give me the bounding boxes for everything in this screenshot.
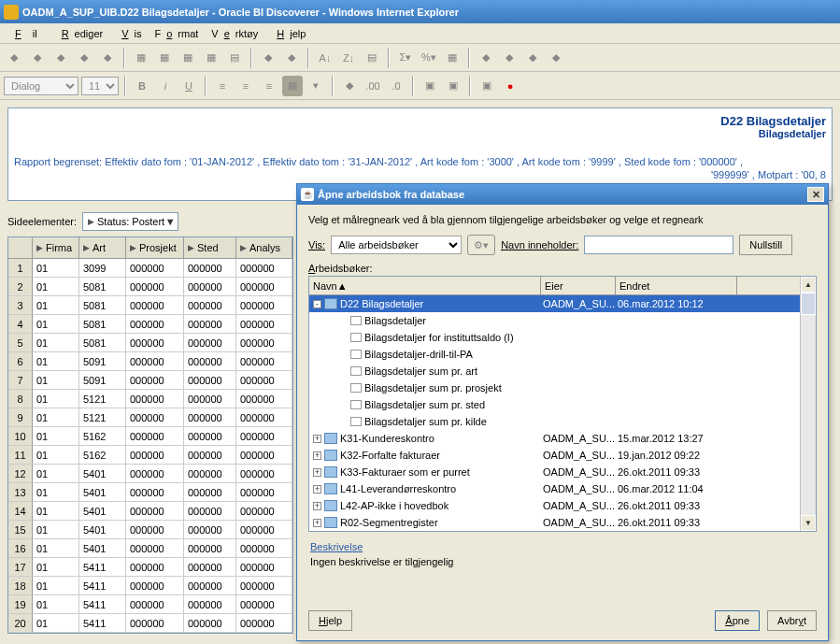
col-endret[interactable]: Endret xyxy=(616,277,737,294)
cell[interactable]: 000000 xyxy=(236,371,292,390)
italic-button[interactable]: i xyxy=(155,76,176,96)
cell[interactable]: 000000 xyxy=(126,539,184,558)
col-navn[interactable]: Navn ▲ xyxy=(309,277,541,294)
cell[interactable]: 000000 xyxy=(126,483,184,502)
cell[interactable]: 000000 xyxy=(184,521,236,539)
cell[interactable]: 000000 xyxy=(184,465,236,483)
cell[interactable]: 000000 xyxy=(126,296,184,315)
cell[interactable]: 01 xyxy=(33,334,79,352)
cell[interactable]: 01 xyxy=(33,539,79,558)
row-header[interactable]: 14 xyxy=(8,502,33,521)
cell[interactable]: 000000 xyxy=(236,502,292,521)
sheet-item[interactable]: Bilagsdetaljer sum pr. kilde xyxy=(309,413,800,430)
cell[interactable]: 000000 xyxy=(126,614,184,633)
cell[interactable]: 01 xyxy=(33,408,79,427)
row-header[interactable]: 18 xyxy=(8,577,33,595)
cell[interactable]: 01 xyxy=(33,577,79,595)
row-header[interactable]: 8 xyxy=(8,390,33,408)
cell[interactable]: 01 xyxy=(33,352,79,371)
toolbar-btn-7[interactable]: ▦ xyxy=(154,48,175,68)
name-contains-input[interactable] xyxy=(584,236,733,254)
toolbar-btn-10[interactable]: ▤ xyxy=(224,48,245,68)
cell[interactable]: 01 xyxy=(33,390,79,408)
cell[interactable]: 000000 xyxy=(126,371,184,390)
cell[interactable]: 000000 xyxy=(126,390,184,408)
toolbar-btn-21[interactable]: ◆ xyxy=(522,48,543,68)
toolbar-percent[interactable]: %▾ xyxy=(419,48,439,68)
row-header[interactable]: 7 xyxy=(8,371,33,390)
cell[interactable]: 000000 xyxy=(126,595,184,614)
workbook-item[interactable]: -D22 BilagsdetaljerOADM_A_SU...06.mar.20… xyxy=(309,295,800,312)
table-row[interactable]: 18015411000000000000000000 xyxy=(8,577,292,595)
cell[interactable]: 000000 xyxy=(184,334,236,352)
view-options-button[interactable]: ⚙▾ xyxy=(467,235,495,255)
underline-button[interactable]: U xyxy=(178,76,199,96)
cell[interactable]: 000000 xyxy=(236,577,292,595)
cell[interactable]: 000000 xyxy=(236,352,292,371)
toolbar-btn-22[interactable]: ◆ xyxy=(546,48,566,68)
cell[interactable]: 000000 xyxy=(126,502,184,521)
workbook-item[interactable]: +R02-SegmentregisterOADM_A_SU...26.okt.2… xyxy=(309,514,800,531)
col-eier[interactable]: Eier xyxy=(541,277,616,294)
toolbar-btn-11[interactable]: ◆ xyxy=(258,48,278,68)
align-right-button[interactable]: ≡ xyxy=(259,76,279,96)
cell[interactable]: 000000 xyxy=(184,427,236,446)
cell[interactable]: 000000 xyxy=(236,315,292,334)
cell[interactable]: 3099 xyxy=(79,259,126,278)
cell[interactable]: 000000 xyxy=(236,259,292,278)
cell[interactable]: 01 xyxy=(33,427,79,446)
cell[interactable]: 000000 xyxy=(184,502,236,521)
toolbar-btn-19[interactable]: ◆ xyxy=(476,48,496,68)
table-row[interactable]: 20015411000000000000000000 xyxy=(8,614,292,633)
row-header[interactable]: 10 xyxy=(8,427,33,446)
vis-combo[interactable]: Alle arbeidsbøker xyxy=(331,236,462,254)
table-row[interactable]: 2015081000000000000000000 xyxy=(8,278,292,296)
workbook-item[interactable]: +L42-AP-ikke i hovedbokOADM_A_SU...26.ok… xyxy=(309,497,800,514)
cell[interactable]: 01 xyxy=(33,259,79,278)
scroll-down-button[interactable]: ▼ xyxy=(801,515,816,531)
cell[interactable]: 000000 xyxy=(126,278,184,296)
row-header[interactable]: 6 xyxy=(8,352,33,371)
table-row[interactable]: 5015081000000000000000000 xyxy=(8,334,292,352)
table-row[interactable]: 16015401000000000000000000 xyxy=(8,539,292,558)
toolbar-btn-18[interactable]: ▦ xyxy=(442,48,463,68)
cell[interactable]: 000000 xyxy=(184,296,236,315)
sheet-item[interactable]: Bilagsdetaljer-drill-til-PA xyxy=(309,346,800,363)
row-header[interactable]: 19 xyxy=(8,595,33,614)
cell[interactable]: 01 xyxy=(33,446,79,465)
toolbar-btn-3[interactable]: ◆ xyxy=(50,48,71,68)
row-header[interactable]: 1 xyxy=(8,259,33,278)
table-row[interactable]: 4015081000000000000000000 xyxy=(8,315,292,334)
cell[interactable]: 000000 xyxy=(126,427,184,446)
cell[interactable]: 000000 xyxy=(236,296,292,315)
workbook-item[interactable]: +K33-Fakturaer som er purretOADM_A_SU...… xyxy=(309,464,800,480)
cell[interactable]: 5411 xyxy=(79,595,126,614)
menu-format[interactable]: Format xyxy=(149,26,204,41)
align-left-button[interactable]: ≡ xyxy=(212,76,233,96)
cell[interactable]: 000000 xyxy=(126,259,184,278)
expand-icon[interactable]: + xyxy=(313,468,321,477)
cell[interactable]: 5081 xyxy=(79,296,126,315)
menu-verktoy[interactable]: Verktøy xyxy=(206,26,263,41)
cell[interactable]: 01 xyxy=(33,558,79,577)
cell[interactable]: 5401 xyxy=(79,521,126,539)
toolbar-sort-desc[interactable]: Z↓ xyxy=(338,48,359,68)
cell[interactable]: 000000 xyxy=(184,558,236,577)
expand-icon[interactable]: - xyxy=(313,300,321,308)
tree-scrollbar[interactable]: ▲ ▼ xyxy=(800,277,816,531)
table-row[interactable]: 12015401000000000000000000 xyxy=(8,465,292,483)
cell[interactable]: 000000 xyxy=(184,614,236,633)
expand-icon[interactable]: + xyxy=(313,519,321,527)
cell[interactable]: 5162 xyxy=(79,427,126,446)
menu-hjelp[interactable]: Hjelp xyxy=(265,26,311,41)
sheet-item[interactable]: Bilagsdetaljer sum pr. prosjekt xyxy=(309,379,800,396)
cell[interactable]: 000000 xyxy=(126,315,184,334)
cell[interactable]: 000000 xyxy=(126,446,184,465)
cell[interactable]: 000000 xyxy=(126,521,184,539)
table-row[interactable]: 15015401000000000000000000 xyxy=(8,521,292,539)
cell[interactable]: 000000 xyxy=(184,577,236,595)
table-row[interactable]: 11015162000000000000000000 xyxy=(8,446,292,465)
table-row[interactable]: 1013099000000000000000000 xyxy=(8,259,292,278)
menu-vis[interactable]: Vis xyxy=(110,26,147,41)
table-row[interactable]: 9015121000000000000000000 xyxy=(8,408,292,427)
